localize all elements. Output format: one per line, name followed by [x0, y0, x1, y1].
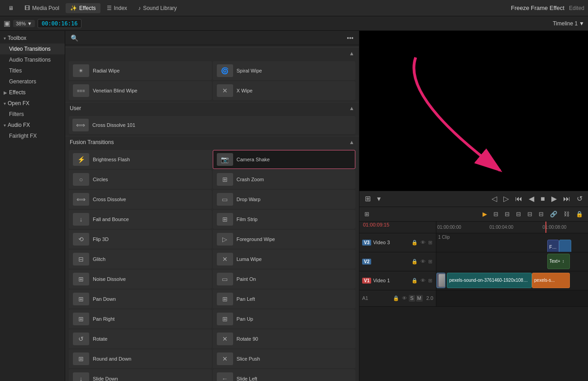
sidebar-group-effects[interactable]: ▶ Effects — [0, 87, 65, 98]
v1-eye-button[interactable]: 👁 — [420, 277, 426, 284]
effect-circles[interactable]: ○ Circles — [69, 170, 212, 189]
lock-tool[interactable]: 🔒 — [574, 210, 585, 218]
sidebar-group-openfx[interactable]: ▾ Open FX — [0, 98, 65, 109]
effect-cross-dissolve[interactable]: ⟺ Cross Dissolve — [69, 190, 212, 209]
effect-pan-left[interactable]: ⊞ Pan Left — [213, 289, 356, 309]
a1-eye-button[interactable]: 👁 — [401, 295, 408, 302]
effect-noise-dissolve[interactable]: ⊞ Noise Dissolve — [69, 270, 212, 289]
effect-luma-wipe[interactable]: ✕ Luma Wipe — [213, 250, 356, 269]
clip-orange-v1[interactable]: pexels-s... — [532, 273, 570, 288]
scale-tool[interactable]: ⊟ — [536, 210, 546, 218]
nav-index[interactable]: ☰ Index — [102, 3, 132, 13]
second-bar: ▣ 38% ▼ 00:00:16:16 Timeline 1 ▼ — [0, 16, 588, 31]
sidebar-group-audiofx[interactable]: ▾ Audio FX — [0, 120, 65, 130]
clip-text-v2[interactable]: Text+ ↕ — [547, 254, 570, 269]
effect-slide-down[interactable]: ↓ Slide Down — [69, 369, 212, 381]
sidebar-item-generators[interactable]: Generators — [0, 76, 65, 87]
effect-spiral-wipe[interactable]: 🌀 Spiral Wipe — [213, 61, 356, 80]
timeline-grid-button[interactable]: ⊞ — [362, 210, 372, 218]
effect-flip-3d[interactable]: ⟲ Flip 3D — [69, 230, 212, 249]
a1-m-button[interactable]: M — [416, 295, 423, 302]
effect-glitch[interactable]: ⊟ Glitch — [69, 250, 212, 269]
effect-pan-right[interactable]: ⊞ Pan Right — [69, 309, 212, 328]
drop-warp-icon: ▭ — [217, 193, 233, 206]
unlink-tool[interactable]: ⛓ — [561, 210, 572, 218]
effect-radial-wipe[interactable]: ✴ Radial Wipe — [69, 61, 212, 80]
stop-button[interactable]: ■ — [539, 193, 547, 205]
nav-sound-library[interactable]: ♪ Sound Library — [134, 3, 182, 13]
effect-pan-down[interactable]: ⊞ Pan Down — [69, 289, 212, 309]
search-button[interactable]: 🔍 — [69, 34, 80, 43]
v3-eye-button[interactable]: 👁 — [420, 239, 426, 246]
go-to-start-button[interactable]: ⏮ — [513, 193, 524, 205]
effect-rotate-90[interactable]: ✕ Rotate 90 — [213, 329, 356, 348]
nav-effects[interactable]: ✨ Effects — [66, 3, 100, 13]
clip-main-v1[interactable]: pexels-sound-on-3761460-1920x1080-50fps.… — [447, 273, 532, 288]
v1-lock-button[interactable]: 🔒 — [411, 277, 419, 284]
v2-eye-button[interactable]: 👁 — [420, 258, 426, 265]
step-back-button[interactable]: ◀ — [527, 193, 536, 205]
mark-in-button[interactable]: ◁ — [490, 193, 499, 205]
blade-tool[interactable]: ⊟ — [502, 210, 512, 218]
clip-fusion-v3[interactable]: Fusi... — [547, 240, 559, 252]
nav-monitor-icon[interactable]: 🖥 — [4, 3, 18, 13]
more-options-button[interactable]: ••• — [345, 34, 355, 43]
user-section-header[interactable]: User ▲ — [65, 102, 359, 114]
effect-crash-zoom[interactable]: ⊞ Crash Zoom — [213, 170, 356, 189]
sidebar-item-video-transitions[interactable]: Video Transitions — [0, 43, 65, 54]
round-and-down-icon: ⊞ — [73, 352, 89, 365]
effect-x-wipe[interactable]: ✕ X Wipe — [213, 81, 356, 100]
trim-tool[interactable]: ⊟ — [491, 210, 501, 218]
slide-tool[interactable]: ⊟ — [525, 210, 535, 218]
fusion-transitions-section-header[interactable]: Fusion Transitions ▲ — [65, 136, 359, 148]
effect-rotate[interactable]: ↺ Rotate — [69, 329, 212, 348]
v3-audio-button[interactable]: ⊞ — [427, 239, 433, 246]
sidebar-group-toolbox[interactable]: ▾ Toolbox — [0, 33, 65, 43]
effect-paint-on[interactable]: ▭ Paint On — [213, 270, 356, 289]
zoom-button[interactable]: 38% ▼ — [13, 20, 35, 27]
slide-left-icon: ← — [217, 372, 233, 381]
slip-tool[interactable]: ⊟ — [514, 210, 523, 218]
select-tool[interactable]: ▶ — [480, 210, 489, 218]
effect-camera-shake[interactable]: 📷 Camera Shake — [213, 150, 356, 169]
link-tool[interactable]: 🔗 — [548, 210, 559, 218]
left-sidebar: ▾ Toolbox Video Transitions Audio Transi… — [0, 31, 65, 381]
effect-foreground-wipe[interactable]: ▷ Foreground Wipe — [213, 230, 356, 249]
track-v2-controls: 🔒 👁 ⊞ — [411, 258, 433, 265]
mark-out-button[interactable]: ▷ — [502, 193, 511, 205]
transform-dropdown-button[interactable]: ▾ — [375, 193, 382, 205]
effect-cross-dissolve-101[interactable]: ⟺ Cross Dissolve 101 — [69, 116, 355, 134]
sidebar-item-audio-transitions[interactable]: Audio Transitions — [0, 54, 65, 65]
transform-button[interactable]: ⊞ — [363, 193, 373, 205]
a1-lock-button[interactable]: 🔒 — [392, 295, 400, 302]
effect-slice-push[interactable]: ✕ Slice Push — [213, 349, 356, 368]
fusion-collapse-icon: ▲ — [349, 139, 354, 145]
go-to-end-button[interactable]: ⏭ — [561, 193, 572, 205]
a1-s-button[interactable]: S — [409, 295, 415, 302]
sidebar-item-filters[interactable]: Filters — [0, 109, 65, 120]
v1-audio-button[interactable]: ⊞ — [427, 277, 433, 284]
glitch-icon: ⊟ — [73, 253, 89, 265]
effect-fall-and-bounce[interactable]: ↓ Fall and Bounce — [69, 210, 212, 229]
effect-film-strip[interactable]: ⊞ Film Strip — [213, 210, 356, 229]
effect-slide-left[interactable]: ← Slide Left — [213, 369, 356, 381]
v2-audio-button[interactable]: ⊞ — [427, 258, 433, 265]
v3-lock-button[interactable]: 🔒 — [411, 239, 419, 246]
loop-button[interactable]: ↺ — [575, 193, 584, 205]
effect-venetian-blind-wipe[interactable]: ≡≡≡ Venetian Blind Wipe — [69, 81, 212, 100]
toolbox-chevron-icon: ▾ — [4, 36, 6, 41]
v2-lock-button[interactable]: 🔒 — [411, 258, 419, 265]
play-button[interactable]: ▶ — [550, 193, 559, 205]
effect-brightness-flash[interactable]: ⚡ Brightness Flash — [69, 150, 212, 169]
sidebar-item-fairlight-fx[interactable]: Fairlight FX — [0, 130, 65, 141]
sidebar-item-titles[interactable]: Titles — [0, 65, 65, 76]
clip-thumb-1[interactable] — [436, 273, 445, 288]
wipes-section-header[interactable]: ▲ — [65, 47, 359, 59]
effect-round-and-down[interactable]: ⊞ Round and Down — [69, 349, 212, 368]
nav-media-pool[interactable]: 🎞 Media Pool — [20, 3, 64, 13]
timecode-display[interactable]: 00:00:16:16 — [38, 19, 81, 28]
effect-pan-up[interactable]: ⊞ Pan Up — [213, 309, 356, 328]
effect-drop-warp[interactable]: ▭ Drop Warp — [213, 190, 356, 209]
clip-blue-v3[interactable] — [559, 240, 571, 252]
timeline-selector[interactable]: Timeline 1 ▼ — [553, 20, 584, 27]
